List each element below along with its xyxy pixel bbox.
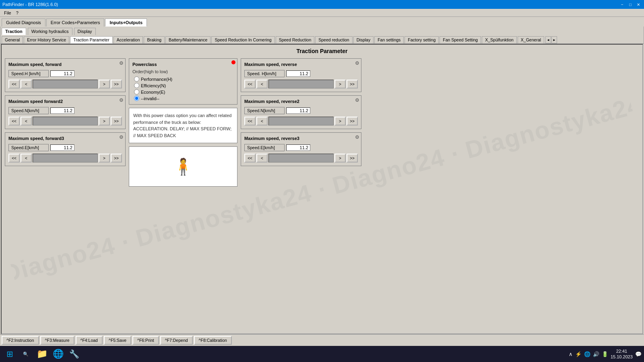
tray-bluetooth-icon[interactable]: ⚡ bbox=[575, 351, 582, 357]
gear-icon-forward-3[interactable]: ⚙ bbox=[119, 134, 124, 140]
taskbar-app-browser[interactable]: 🌐 bbox=[51, 347, 65, 361]
reverse-2-btn-dbl-left[interactable]: << bbox=[244, 117, 256, 125]
reverse-1-controls: << < > >> bbox=[244, 80, 358, 88]
minimize-button[interactable]: − bbox=[619, 2, 625, 7]
sub-tab-traction-param[interactable]: Traction Parameter bbox=[70, 36, 112, 43]
sub-tab-speed-reduction-lower[interactable]: Speed reduction bbox=[315, 36, 352, 43]
taskbar-app-files[interactable]: 📁 bbox=[35, 347, 49, 361]
tray-network-icon[interactable]: 🌐 bbox=[584, 351, 590, 357]
sub-tab-acceleration[interactable]: Acceleration bbox=[114, 36, 143, 43]
scroll-right-btn[interactable]: ► bbox=[551, 36, 557, 43]
reverse-1-slider[interactable] bbox=[268, 80, 334, 88]
forward-1-btn-dbl-right[interactable]: >> bbox=[111, 80, 122, 88]
forward-3-btn-right[interactable]: > bbox=[99, 154, 110, 162]
reverse-1-title: Maximum speed, reverse bbox=[244, 62, 358, 67]
radio-performance-input[interactable] bbox=[134, 76, 139, 82]
fn-f4-load[interactable]: ^F4:Load bbox=[76, 336, 103, 345]
forward-2-btn-dbl-left[interactable]: << bbox=[8, 117, 20, 125]
gear-icon-reverse-1[interactable]: ⚙ bbox=[355, 60, 359, 66]
tray-clock[interactable]: 22:41 15.10.2023 bbox=[611, 348, 633, 360]
gear-icon-reverse-2[interactable]: ⚙ bbox=[355, 97, 359, 103]
forward-1-btn-right[interactable]: > bbox=[99, 80, 110, 88]
radio-performance[interactable]: Performance(H) bbox=[134, 76, 234, 82]
forward-1-btn-left[interactable]: < bbox=[21, 80, 32, 88]
fn-f6-print[interactable]: ^F6:Print bbox=[132, 336, 159, 345]
sub-tab-factory-setting[interactable]: Factory setting bbox=[405, 36, 439, 43]
forward-3-btn-dbl-right[interactable]: >> bbox=[111, 154, 122, 162]
tab-guided-diagnosis[interactable]: Guided Diagnosis bbox=[2, 19, 45, 27]
sub-tab-braking[interactable]: Braking bbox=[144, 36, 165, 43]
reverse-3-slider[interactable] bbox=[268, 154, 334, 162]
close-button[interactable]: ✕ bbox=[635, 2, 642, 7]
sub-tab-fan-speed[interactable]: Fan Speed Setting bbox=[440, 36, 481, 43]
forward-3-btn-left[interactable]: < bbox=[21, 154, 32, 162]
tab-inputs-outputs[interactable]: Inputs+Outputs bbox=[105, 19, 147, 27]
tray-volume-icon[interactable]: 🔊 bbox=[593, 351, 599, 357]
menu-help[interactable]: ? bbox=[14, 10, 21, 16]
reverse-2-btn-left[interactable]: < bbox=[256, 117, 268, 125]
taskbar-app-pathfinder[interactable]: 🔧 bbox=[67, 347, 81, 361]
tray-battery-icon[interactable]: 🔋 bbox=[602, 351, 608, 357]
sub-tab-speed-reduction[interactable]: Speed Reduction bbox=[276, 36, 315, 43]
start-button[interactable]: ⊞ bbox=[2, 347, 17, 361]
tab-working-hydraulics[interactable]: Working hydraulics bbox=[28, 28, 72, 35]
radio-invalid-input[interactable] bbox=[134, 96, 139, 101]
reverse-3-btn-right[interactable]: > bbox=[334, 154, 346, 162]
reverse-3-btn-dbl-right[interactable]: >> bbox=[347, 154, 358, 162]
search-button[interactable]: 🔍 bbox=[19, 347, 33, 361]
fn-f5-save[interactable]: ^F5:Save bbox=[104, 336, 131, 345]
tab-display-main[interactable]: Display bbox=[74, 28, 96, 35]
forward-1-controls: << < > >> bbox=[8, 80, 122, 88]
reverse-2-slider[interactable] bbox=[268, 117, 334, 125]
scroll-left-btn[interactable]: ◄ bbox=[545, 36, 551, 43]
reverse-2-btn-dbl-right[interactable]: >> bbox=[347, 117, 358, 125]
reverse-1-btn-right[interactable]: > bbox=[334, 80, 346, 88]
reverse-1-btn-dbl-right[interactable]: >> bbox=[347, 80, 358, 88]
gear-icon-forward-1[interactable]: ⚙ bbox=[119, 60, 124, 66]
fn-f8-calibration[interactable]: ^F8:Calibration bbox=[194, 336, 232, 345]
sub-tab-display[interactable]: Display bbox=[353, 36, 374, 43]
radio-invalid[interactable]: --invalid-- bbox=[134, 96, 234, 101]
gear-icon-forward-2[interactable]: ⚙ bbox=[119, 97, 124, 103]
fn-f2-instruction[interactable]: ^F2:Instruction bbox=[2, 336, 39, 345]
reverse-group-1: Maximum speed, reverse ⚙ Speed. H[km/h] … bbox=[241, 58, 361, 92]
sub-tab-x-general[interactable]: X_General bbox=[518, 36, 544, 43]
reverse-3-btn-dbl-left[interactable]: << bbox=[244, 154, 256, 162]
sub-tab-general[interactable]: General bbox=[2, 36, 23, 43]
reverse-3-btn-left[interactable]: < bbox=[256, 154, 268, 162]
tab-error-codes[interactable]: Error Codes+Parameters bbox=[46, 19, 105, 27]
function-keys-bar: ^F2:Instruction ^F3:Measure ^F4:Load ^F5… bbox=[0, 334, 644, 346]
sub-tab-speed-reduction-cornering[interactable]: Speed Reduction In Cornering bbox=[211, 36, 275, 43]
radio-efficiency-input[interactable] bbox=[134, 83, 139, 88]
gear-icon-reverse-3[interactable]: ⚙ bbox=[355, 134, 359, 140]
radio-economy[interactable]: Economy(E) bbox=[134, 89, 234, 95]
reverse-2-controls: << < > >> bbox=[244, 117, 358, 125]
forward-2-btn-left[interactable]: < bbox=[21, 117, 32, 125]
forward-2-slider[interactable] bbox=[33, 117, 98, 125]
radio-economy-input[interactable] bbox=[134, 89, 139, 95]
reverse-1-btn-left[interactable]: < bbox=[256, 80, 268, 88]
tab-traction[interactable]: Traction bbox=[2, 28, 26, 35]
reverse-1-btn-dbl-left[interactable]: << bbox=[244, 80, 256, 88]
tray-up-arrow-icon[interactable]: ∧ bbox=[569, 351, 573, 357]
forward-group-2: Maximum speed forward2 ⚙ Speed.N[km/h] 1… bbox=[5, 95, 126, 129]
forward-2-btn-dbl-right[interactable]: >> bbox=[111, 117, 122, 125]
forward-2-btn-right[interactable]: > bbox=[99, 117, 110, 125]
forward-3-btn-dbl-left[interactable]: << bbox=[8, 154, 20, 162]
sub-tab-battery[interactable]: Battery/Maintenance bbox=[165, 36, 211, 43]
fn-f7-depend[interactable]: ^F7:Depend bbox=[160, 336, 193, 345]
sub-tab-error-history[interactable]: Error History Service bbox=[24, 36, 69, 43]
radio-efficiency[interactable]: Efficiency(N) bbox=[134, 83, 234, 88]
reverse-2-btn-right[interactable]: > bbox=[334, 117, 346, 125]
sub-tab-fan-settings[interactable]: Fan settings bbox=[374, 36, 404, 43]
forward-2-value: 11.2 bbox=[50, 107, 74, 114]
browser-icon: 🌐 bbox=[53, 349, 64, 359]
forward-1-btn-dbl-left[interactable]: << bbox=[8, 80, 20, 88]
fn-f3-measure[interactable]: ^F3:Measure bbox=[40, 336, 74, 345]
sub-tab-x-spul[interactable]: X_Spülfunktion bbox=[482, 36, 517, 43]
menu-file[interactable]: File bbox=[2, 10, 14, 16]
forward-3-slider[interactable] bbox=[33, 154, 98, 162]
forward-1-slider[interactable] bbox=[33, 80, 98, 88]
maximize-button[interactable]: □ bbox=[627, 2, 634, 7]
tray-notification-icon[interactable]: 💬 bbox=[635, 351, 642, 357]
